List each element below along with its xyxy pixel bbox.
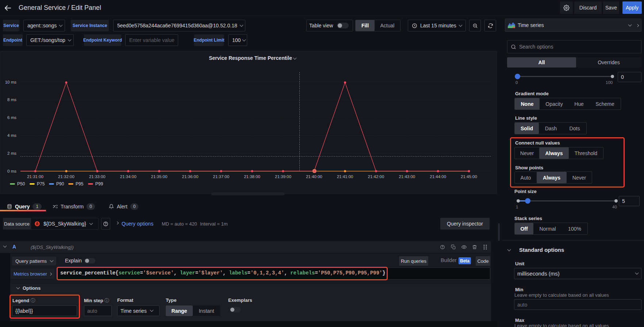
svg-text:0 ms: 0 ms bbox=[7, 169, 16, 173]
svg-text:21:37:00: 21:37:00 bbox=[213, 174, 229, 179]
svg-text:10 ms: 10 ms bbox=[5, 80, 17, 84]
svg-text:21:33:00: 21:33:00 bbox=[89, 174, 106, 179]
svg-text:21:44:00: 21:44:00 bbox=[430, 174, 446, 179]
svg-text:21:40:00: 21:40:00 bbox=[306, 174, 322, 179]
svg-text:21:41:00: 21:41:00 bbox=[337, 174, 353, 179]
svg-text:2 ms: 2 ms bbox=[7, 151, 16, 155]
svg-text:P95: P95 bbox=[76, 181, 84, 186]
svg-text:21:36:00: 21:36:00 bbox=[182, 174, 199, 179]
svg-text:21:35:00: 21:35:00 bbox=[151, 174, 168, 179]
svg-text:21:39:00: 21:39:00 bbox=[275, 174, 291, 179]
svg-text:21:43:00: 21:43:00 bbox=[399, 174, 415, 179]
svg-text:21:42:00: 21:42:00 bbox=[368, 174, 384, 179]
svg-text:21:31:00: 21:31:00 bbox=[27, 174, 43, 179]
svg-text:21:45:00: 21:45:00 bbox=[461, 174, 477, 179]
svg-text:21:38:00: 21:38:00 bbox=[244, 174, 260, 179]
svg-text:P99: P99 bbox=[95, 181, 103, 186]
svg-text:21:32:00: 21:32:00 bbox=[58, 174, 74, 179]
svg-text:21:34:00: 21:34:00 bbox=[120, 174, 137, 179]
svg-text:P75: P75 bbox=[37, 181, 45, 186]
svg-text:8 ms: 8 ms bbox=[7, 97, 16, 102]
svg-text:P90: P90 bbox=[56, 181, 64, 186]
svg-text:P50: P50 bbox=[17, 181, 25, 186]
svg-text:6 ms: 6 ms bbox=[7, 115, 16, 120]
svg-text:4 ms: 4 ms bbox=[7, 133, 16, 138]
